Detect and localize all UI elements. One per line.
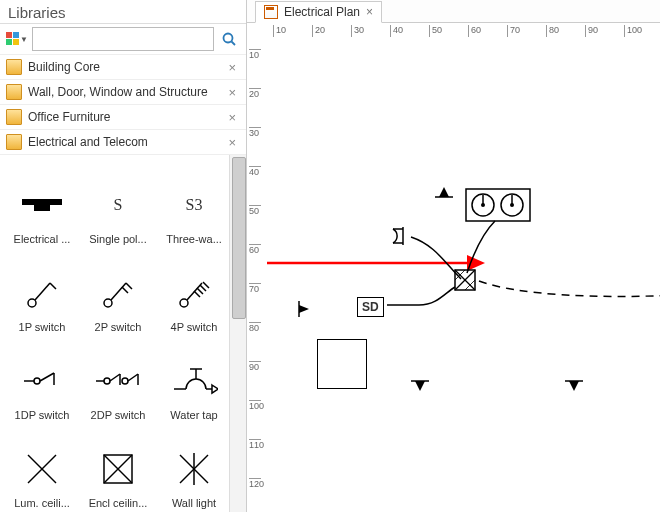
shape-label: 1P switch	[6, 321, 78, 333]
ruler-vertical[interactable]: 102030405060708090100110120	[247, 43, 268, 512]
wire-3[interactable]	[385, 283, 459, 311]
document-area: Electrical Plan × 102030405060708090100 …	[247, 0, 660, 512]
svg-line-8	[111, 283, 126, 300]
scrollbar-thumb[interactable]	[232, 157, 246, 319]
shape-glyph: S	[114, 177, 123, 233]
svg-line-15	[200, 285, 206, 291]
search-icon	[221, 31, 237, 47]
shape-2p-switch[interactable]: 2P switch	[82, 249, 154, 333]
libraries-panel: Libraries ▼ Building Core× Wall, Door, W…	[0, 0, 247, 512]
shape-single-pole[interactable]: SSingle pol...	[82, 161, 154, 245]
tab-electrical-plan[interactable]: Electrical Plan ×	[255, 1, 382, 23]
svg-line-19	[40, 373, 54, 381]
category-wall-door-window[interactable]: Wall, Door, Window and Structure×	[0, 80, 246, 105]
shape-label: 1DP switch	[6, 409, 78, 421]
shape-water-tap[interactable]: Water tap	[158, 337, 230, 421]
svg-marker-51	[439, 187, 449, 197]
library-search-input[interactable]	[32, 27, 214, 51]
chevron-down-icon: ▼	[20, 35, 28, 44]
wall-symbol-left[interactable]	[297, 299, 315, 319]
svg-marker-32	[212, 385, 218, 393]
dashed-wire[interactable]	[477, 277, 660, 307]
close-icon[interactable]: ×	[224, 110, 240, 125]
svg-line-13	[194, 291, 200, 297]
blank-square[interactable]	[317, 339, 367, 389]
shape-1p-switch[interactable]: 1P switch	[6, 249, 78, 333]
shape-1dp-switch[interactable]: 1DP switch	[6, 337, 78, 421]
svg-line-26	[128, 374, 138, 381]
shape-three-way[interactable]: S3Three-wa...	[158, 161, 230, 245]
shape-label: 2DP switch	[82, 409, 154, 421]
folder-icon	[6, 109, 22, 125]
shape-label: Wall light	[158, 497, 230, 509]
tab-label: Electrical Plan	[284, 5, 360, 19]
svg-point-49	[510, 203, 514, 207]
svg-point-7	[104, 299, 112, 307]
category-office-furniture[interactable]: Office Furniture×	[0, 105, 246, 130]
svg-rect-43	[466, 189, 530, 221]
category-label: Office Furniture	[28, 110, 224, 124]
shape-encl-ceiling[interactable]: Encl ceilin...	[82, 425, 154, 509]
svg-line-6	[50, 283, 56, 289]
ruler-corner	[247, 23, 268, 44]
shapes-scrollbar[interactable]	[229, 155, 246, 512]
folder-icon	[6, 84, 22, 100]
svg-point-18	[34, 378, 40, 384]
shape-label: 4P switch	[158, 321, 230, 333]
shape-wall-light[interactable]: Wall light	[158, 425, 230, 509]
close-icon[interactable]: ×	[366, 5, 373, 19]
close-icon[interactable]: ×	[224, 60, 240, 75]
folder-icon	[6, 59, 22, 75]
shape-label: Encl ceilin...	[82, 497, 154, 509]
shape-label: Lum. ceili...	[6, 497, 78, 509]
shape-label: 2P switch	[82, 321, 154, 333]
drawing-canvas[interactable]: SD	[267, 43, 660, 512]
libraries-title: Libraries	[0, 0, 246, 24]
shape-label: Single pol...	[82, 233, 154, 245]
sd-box[interactable]: SD	[357, 297, 384, 317]
shape-label: Three-wa...	[158, 233, 230, 245]
close-icon[interactable]: ×	[224, 85, 240, 100]
svg-line-9	[122, 287, 128, 293]
ceiling-symbol-1[interactable]	[433, 183, 455, 199]
svg-marker-63	[415, 381, 425, 391]
ruler-horizontal[interactable]: 102030405060708090100	[267, 23, 660, 44]
category-electrical-telecom[interactable]: Electrical and Telecom×	[0, 130, 246, 155]
svg-point-46	[481, 203, 485, 207]
folder-icon	[6, 134, 22, 150]
svg-line-1	[232, 42, 236, 46]
document-icon	[264, 5, 278, 19]
ceiling-symbol-3[interactable]	[563, 377, 585, 393]
palette-icon	[6, 32, 19, 46]
app-root: Libraries ▼ Building Core× Wall, Door, W…	[0, 0, 660, 512]
shape-electrical-service[interactable]: Electrical ...	[6, 161, 78, 245]
svg-point-0	[224, 34, 233, 43]
category-building-core[interactable]: Building Core×	[0, 55, 246, 80]
document-tabbar: Electrical Plan ×	[247, 0, 660, 23]
shape-lum-ceiling[interactable]: Lum. ceili...	[6, 425, 78, 509]
shape-glyph: S3	[186, 177, 203, 233]
shape-2dp-switch[interactable]: 2DP switch	[82, 337, 154, 421]
svg-marker-61	[299, 305, 309, 313]
svg-rect-2	[22, 199, 62, 205]
shape-label: Water tap	[158, 409, 230, 421]
svg-line-14	[197, 288, 203, 294]
close-icon[interactable]: ×	[224, 135, 240, 150]
svg-point-22	[104, 378, 110, 384]
category-label: Building Core	[28, 60, 224, 74]
svg-marker-65	[569, 381, 579, 391]
svg-line-23	[110, 374, 120, 381]
svg-rect-3	[34, 205, 50, 211]
palette-button[interactable]: ▼	[6, 29, 28, 49]
sd-label: SD	[362, 300, 379, 314]
shape-4p-switch[interactable]: 4P switch	[158, 249, 230, 333]
wire-2[interactable]	[465, 219, 505, 279]
svg-point-4	[28, 299, 36, 307]
shape-label: Electrical ...	[6, 233, 78, 245]
ruler-container: 102030405060708090100 102030405060708090…	[247, 23, 660, 512]
svg-line-5	[35, 283, 50, 300]
search-button[interactable]	[218, 28, 240, 50]
ceiling-symbol-2[interactable]	[409, 377, 431, 393]
category-label: Electrical and Telecom	[28, 135, 224, 149]
meter-panel[interactable]	[465, 188, 531, 222]
